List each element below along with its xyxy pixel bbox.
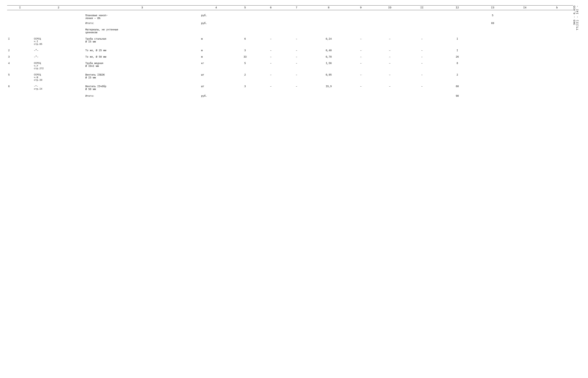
row2-name: То же, Ø 25 мм bbox=[84, 48, 200, 53]
row3-source: –"– bbox=[33, 54, 84, 59]
row2-c12: I bbox=[438, 48, 477, 53]
row2-c7: – bbox=[284, 48, 309, 53]
row1-num: I bbox=[7, 36, 33, 47]
row2-c6: – bbox=[258, 48, 284, 53]
row3-c11: – bbox=[406, 54, 438, 59]
row1-c11: – bbox=[406, 36, 438, 47]
row4-c12: 8 bbox=[438, 61, 477, 71]
row4-num: 4 bbox=[7, 61, 33, 71]
row3-c6: – bbox=[258, 54, 284, 59]
row6-c14 bbox=[509, 84, 541, 92]
row3-c10: – bbox=[374, 54, 406, 59]
mat-c2 bbox=[33, 26, 84, 35]
row5-unit: шт bbox=[200, 72, 232, 82]
col-header-12: I2 bbox=[438, 5, 477, 10]
row3-c12: 26 bbox=[438, 54, 477, 59]
row6-c10: – bbox=[374, 84, 406, 92]
itogo1-c13: 69 bbox=[477, 20, 509, 26]
itogo2-label: Итого: bbox=[84, 93, 200, 99]
planovye-c14 bbox=[509, 12, 541, 20]
row4-unit: кг bbox=[200, 61, 232, 71]
table-row: I ССРСЦ ч.I стр.65 Труба стальная Ø I5 м… bbox=[7, 36, 573, 47]
planovye-c5 bbox=[232, 12, 258, 20]
row1-c6: – bbox=[258, 36, 284, 47]
col-header-11: II bbox=[406, 5, 438, 10]
table-header-row: I 2 3 4 5 6 7 8 9 IO II I2 I3 I4 b bbox=[7, 5, 573, 10]
col-header-3: 3 bbox=[84, 5, 200, 10]
spacer-row-8 bbox=[7, 92, 573, 93]
planovye-c8 bbox=[309, 12, 348, 20]
row6-c13 bbox=[477, 84, 509, 92]
row3-name: То же, Ø 50 мм bbox=[84, 54, 200, 59]
row6-name: Вентиль I5ч6бр Ø 50 мм bbox=[84, 84, 200, 92]
mat-rest bbox=[200, 26, 573, 35]
table-row: 3 –"– То же, Ø 50 мм м 33 – – 0,78 – – –… bbox=[7, 54, 573, 59]
row4-cb bbox=[541, 61, 573, 71]
itogo1-c2 bbox=[33, 20, 84, 26]
spacer-row-5 bbox=[7, 59, 573, 61]
side-annotations: ЭКО - 0,035 ТТ(II) - I4I - bbox=[573, 5, 581, 112]
row6-c8: I9,9 bbox=[309, 84, 348, 92]
row4-c14 bbox=[509, 61, 541, 71]
row6-c6: – bbox=[258, 84, 284, 92]
row3-c7: – bbox=[284, 54, 309, 59]
row2-source: –"– bbox=[33, 48, 84, 53]
row6-source: –"– стр.I4 bbox=[33, 84, 84, 92]
row4-name: Труба медная Ø IOxI мм bbox=[84, 61, 200, 71]
itogo1-c14 bbox=[509, 20, 541, 26]
planovye-row: Плановые накоп- ления – 8% руб. 5 bbox=[7, 12, 573, 20]
row5-c9: – bbox=[348, 72, 374, 82]
planovye-c7 bbox=[284, 12, 309, 20]
col-header-6: 6 bbox=[258, 5, 284, 10]
col-header-9: 9 bbox=[348, 5, 374, 10]
planovye-c13: 5 bbox=[477, 12, 509, 20]
col-header-2: 2 bbox=[33, 5, 84, 10]
planovye-unit: руб. bbox=[200, 12, 232, 20]
row4-c13 bbox=[477, 61, 509, 71]
row4-source: ССРСЦ ч.У стр.272 bbox=[33, 61, 84, 71]
row2-c5: 3 bbox=[232, 48, 258, 53]
col-header-14: I4 bbox=[509, 5, 541, 10]
col-header-5: 5 bbox=[232, 5, 258, 10]
row1-c13 bbox=[477, 36, 509, 47]
main-table: I 2 3 4 5 6 7 8 9 IO II I2 I3 I4 b bbox=[7, 5, 573, 112]
spacer-row-7 bbox=[7, 82, 573, 84]
planovye-col2 bbox=[33, 12, 84, 20]
row5-source: ССРСЦ ч.Ш стр.IO bbox=[33, 72, 84, 82]
row2-c11: – bbox=[406, 48, 438, 53]
col-header-4: 4 bbox=[200, 5, 232, 10]
itogo2-c12: 98 bbox=[438, 93, 477, 99]
row3-unit: м bbox=[200, 54, 232, 59]
table-row: 2 –"– То же, Ø 25 мм м 3 – – 0,40 – – – … bbox=[7, 48, 573, 53]
spacer-row-4 bbox=[7, 53, 573, 54]
row4-c9: – bbox=[348, 61, 374, 71]
spacer-row-6 bbox=[7, 71, 573, 72]
table-row: 6 –"– стр.I4 Вентиль I5ч6бр Ø 50 мм шт 3… bbox=[7, 84, 573, 92]
row5-c8: 0,95 bbox=[309, 72, 348, 82]
row5-cb bbox=[541, 72, 573, 82]
row3-c5: 33 bbox=[232, 54, 258, 59]
spacer-row-3 bbox=[7, 47, 573, 48]
row2-num: 2 bbox=[7, 48, 33, 53]
col-header-1: I bbox=[7, 5, 33, 10]
itogo1-unit: руб. bbox=[200, 20, 232, 26]
row4-c5: 5 bbox=[232, 61, 258, 71]
row6-num: 6 bbox=[7, 84, 33, 92]
mat-c1 bbox=[7, 26, 33, 35]
row1-source: ССРСЦ ч.I стр.65 bbox=[33, 36, 84, 47]
row5-c10: – bbox=[374, 72, 406, 82]
planovye-c12 bbox=[438, 12, 477, 20]
row5-c7: – bbox=[284, 72, 309, 82]
materialy-header: Материалы, не учтенные ценником bbox=[7, 26, 573, 35]
itogo2-c1 bbox=[7, 93, 33, 99]
planovye-c6 bbox=[258, 12, 284, 20]
itogo1-row: Итого: руб. 69 bbox=[7, 20, 573, 26]
row1-c10: – bbox=[374, 36, 406, 47]
planovye-c11 bbox=[406, 12, 438, 20]
itogo2-c2 bbox=[33, 93, 84, 99]
row6-c11: – bbox=[406, 84, 438, 92]
itogo2-unit: руб. bbox=[200, 93, 232, 99]
page-wrapper: I 2 3 4 5 6 7 8 9 IO II I2 I3 I4 b bbox=[7, 5, 581, 112]
itogo2-c14 bbox=[509, 93, 541, 99]
row1-name: Труба стальная Ø I5 мм bbox=[84, 36, 200, 47]
